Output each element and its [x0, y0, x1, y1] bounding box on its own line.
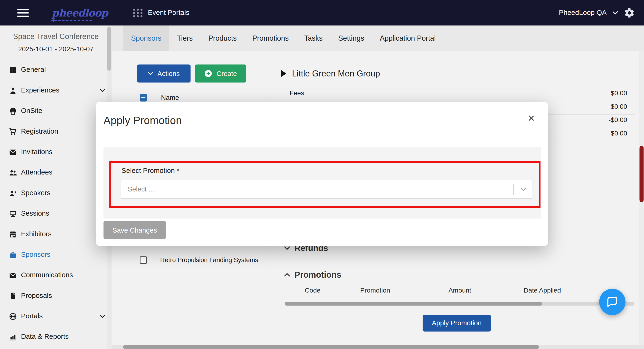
pheedloop-logo[interactable]: pheedloop [52, 7, 100, 18]
sidebar-item-registration[interactable]: Registration [0, 121, 112, 142]
promotions-col-date-applied: Date Applied [524, 287, 561, 294]
modal-title: Apply Promotion [104, 114, 182, 127]
sidebar-item-label: Communications [21, 271, 73, 279]
fee-row-label: Fees [290, 90, 304, 97]
promotions-section-header[interactable]: Promotions [284, 270, 341, 280]
sidebar-item-label: Proposals [21, 292, 52, 300]
close-icon[interactable]: × [528, 112, 535, 124]
chat-bubble-icon [606, 295, 619, 308]
sidebar-item-label: General [21, 66, 46, 74]
tab-tasks[interactable]: Tasks [296, 26, 330, 51]
envelope-icon [9, 272, 17, 279]
apply-promotion-button-label: Apply Promotion [432, 319, 482, 327]
sidebar-item-proposals[interactable]: Proposals [0, 286, 112, 306]
document-icon [9, 292, 17, 300]
promotions-title: Promotions [294, 270, 341, 280]
monitor-icon [9, 210, 17, 218]
sidebar-item-sessions[interactable]: Sessions [0, 203, 112, 224]
sidebar-item-general[interactable]: General [0, 60, 112, 80]
chevron-down-icon[interactable] [612, 11, 618, 15]
chevron-down-icon[interactable] [100, 314, 105, 318]
bar-chart-icon [9, 333, 17, 341]
hamburger-menu-icon[interactable] [17, 7, 28, 18]
sidebar-item-invitations[interactable]: Invitations [0, 142, 112, 162]
sidebar-item-data-reports[interactable]: Data & Reports [0, 326, 112, 347]
main-horizontal-scrollbar-thumb[interactable] [123, 345, 539, 349]
storefront-icon [9, 230, 17, 238]
sidebar-item-label: Sessions [21, 210, 49, 218]
event-dates: 2025-10-01 - 2025-10-07 [0, 45, 112, 53]
person-icon [9, 86, 17, 94]
main-horizontal-scrollbar[interactable] [112, 345, 644, 349]
cart-icon [9, 128, 17, 136]
sidebar-item-exhibitors[interactable]: Exhibitors [0, 224, 112, 244]
envelope-icon [9, 148, 17, 156]
sidebar-item-onsite[interactable]: OnSite [0, 100, 112, 121]
event-portals-label: Event Portals [148, 8, 189, 17]
tab-application-portal[interactable]: Application Portal [372, 26, 444, 51]
highlight-red-box: Select Promotion * Select ... [109, 161, 540, 208]
actions-button[interactable]: Actions [137, 64, 190, 83]
sidebar: Space Travel Conference 2025-10-01 - 202… [0, 26, 112, 349]
sidebar-item-portals[interactable]: Portals [0, 306, 112, 326]
sidebar-scrollbar-thumb[interactable] [107, 27, 111, 71]
sidebar-item-label: Exhibitors [21, 230, 52, 238]
tab-sponsors[interactable]: Sponsors [123, 26, 169, 51]
promotion-select-placeholder: Select ... [128, 185, 154, 193]
promotions-horizontal-scrollbar-thumb[interactable] [284, 302, 542, 306]
people-icon [9, 169, 17, 176]
sidebar-item-attendees[interactable]: Attendees [0, 162, 112, 183]
row-divider [284, 100, 634, 101]
chevron-down-icon [284, 246, 290, 250]
event-portals-launcher[interactable]: Event Portals [133, 8, 189, 17]
sidebar-item-speakers[interactable]: Speakers [0, 183, 112, 203]
sidebar-item-label: OnSite [21, 107, 42, 115]
select-divider [514, 184, 514, 195]
name-column-header: Name [161, 94, 179, 102]
sidebar-item-label: Registration [21, 127, 58, 136]
tab-products[interactable]: Products [200, 26, 244, 51]
create-button[interactable]: Create [195, 64, 246, 83]
sponsor-group-title: Little Green Men Group [292, 68, 380, 78]
logo-text: pheedloop [52, 7, 108, 18]
fee-row-value: $0.00 [611, 90, 627, 97]
sidebar-item-label: Data & Reports [21, 333, 68, 341]
main-vertical-scrollbar-thumb[interactable] [640, 146, 644, 202]
sidebar-nav: General Experiences OnSite Registration … [0, 60, 112, 347]
plus-circle-icon [204, 70, 212, 78]
create-button-label: Create [216, 70, 237, 78]
tab-promotions[interactable]: Promotions [244, 26, 296, 51]
apply-promotion-button[interactable]: Apply Promotion [422, 314, 491, 331]
promotions-col-amount: Amount [448, 287, 471, 294]
chevron-down-icon[interactable] [100, 89, 105, 92]
chevron-up-icon [284, 273, 290, 277]
chat-support-button[interactable] [599, 289, 626, 315]
save-changes-button[interactable]: Save Changes [104, 221, 166, 239]
select-all-checkbox[interactable] [140, 94, 147, 101]
sidebar-item-label: Speakers [21, 189, 50, 197]
account-label: PheedLoop QA [559, 8, 607, 17]
grid-dots-icon [133, 8, 143, 17]
sponsor-list-header: Name [140, 94, 179, 102]
main-vertical-scrollbar[interactable] [639, 51, 644, 349]
fee-row: Fees $0.00 [284, 90, 634, 98]
gear-icon[interactable] [624, 7, 635, 18]
tab-settings[interactable]: Settings [330, 26, 372, 51]
promotion-select[interactable]: Select ... [121, 180, 532, 199]
sponsor-name: Retro Propulsion Landing Systems [160, 256, 258, 264]
chevron-down-icon [148, 72, 153, 75]
row-checkbox[interactable] [140, 256, 147, 264]
sidebar-item-communications[interactable]: Communications [0, 265, 112, 285]
event-name: Space Travel Conference [0, 32, 112, 41]
sponsor-list-row[interactable]: Retro Propulsion Landing Systems [140, 256, 258, 264]
sidebar-item-sponsors[interactable]: Sponsors [0, 244, 112, 265]
promotions-horizontal-scrollbar[interactable] [284, 302, 634, 306]
chevron-down-icon[interactable] [520, 187, 527, 192]
sponsor-group-header[interactable]: Little Green Men Group [281, 68, 380, 78]
promotions-col-promotion: Promotion [360, 287, 390, 294]
sidebar-item-experiences[interactable]: Experiences [0, 80, 112, 100]
tab-tiers[interactable]: Tiers [169, 26, 200, 51]
app-window: pheedloop Event Portals PheedLoop QA Spa… [0, 0, 644, 349]
apply-promotion-modal: Apply Promotion × Select Promotion * Sel… [96, 102, 548, 246]
globe-icon [9, 312, 17, 320]
